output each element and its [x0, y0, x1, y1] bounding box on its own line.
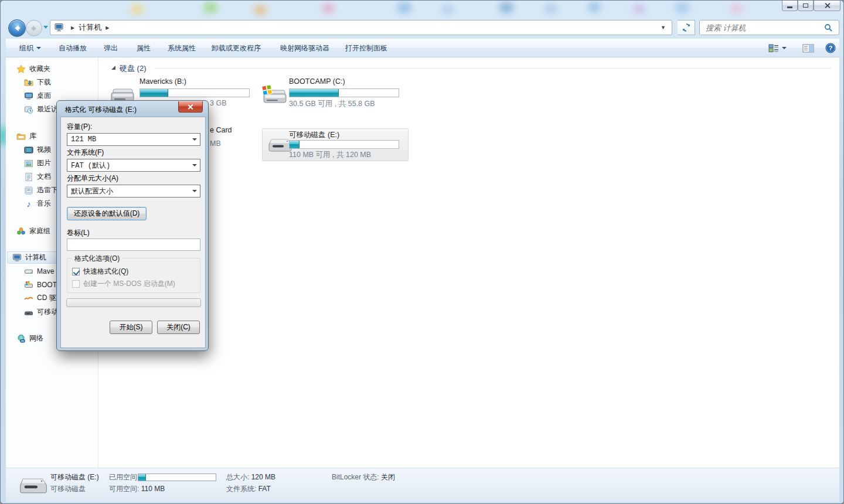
glass-blur-blob: [203, 2, 218, 13]
glass-blur-blob: [730, 3, 743, 13]
close-icon: [188, 104, 193, 110]
selected-item-type: 可移动磁盘: [50, 484, 86, 494]
libraries-folder-icon: [16, 132, 26, 141]
sidebar-item-thunder-downloads[interactable]: 迅雷下: [24, 184, 58, 196]
allocation-combobox[interactable]: 默认配置大小: [67, 185, 200, 197]
format-options-legend: 格式化选项(O): [72, 254, 122, 264]
back-button[interactable]: [8, 19, 26, 37]
music-note-icon: ♪: [24, 199, 33, 209]
sidebar-item-desktop[interactable]: 桌面: [24, 90, 51, 102]
sidebar-item-recent-places[interactable]: 最近访: [24, 103, 58, 115]
forward-button[interactable]: [26, 20, 42, 36]
sidebar-item-documents[interactable]: 文档: [24, 171, 51, 183]
group-collapse-icon[interactable]: [111, 66, 115, 70]
recent-places-icon: [24, 105, 33, 114]
hard-drive-icon: [24, 267, 33, 276]
file-list-area: 硬盘 (2) Mavericks (B:) 3 GB BOOTCAMP (C:)…: [98, 57, 839, 468]
homegroup-icon: [16, 227, 26, 236]
volume-label-input[interactable]: [67, 239, 200, 251]
desktop-icon: [24, 91, 33, 101]
toolbar-organize[interactable]: 组织: [17, 39, 43, 57]
dialog-title: 格式化 可移动磁盘 (E:): [65, 105, 137, 115]
minimize-button[interactable]: [782, 1, 798, 11]
toolbar-system-properties[interactable]: 系统属性: [165, 39, 198, 57]
sidebar-item-music[interactable]: ♪ 音乐: [24, 197, 51, 210]
views-button[interactable]: [766, 39, 789, 57]
glass-blur-blob: [675, 2, 690, 13]
format-dialog: 格式化 可移动磁盘 (E:) 容量(P): 121 MB 文件系统(F) FAT…: [56, 100, 209, 351]
toolbar-open-control-panel[interactable]: 打开控制面板: [343, 39, 390, 57]
pictures-icon: [24, 159, 33, 168]
svg-text:?: ?: [829, 45, 833, 52]
sidebar-item-favorites[interactable]: 收藏夹: [16, 63, 50, 75]
dropdown-icon: [36, 47, 41, 49]
sidebar-item-videos[interactable]: 视频: [24, 144, 51, 156]
sidebar-item-removable-drive[interactable]: 可移动: [24, 306, 58, 318]
glass-blur-blob: [588, 2, 601, 12]
capacity-combobox[interactable]: 121 MB: [67, 133, 200, 146]
breadcrumb-separator-icon: ▶: [106, 25, 109, 30]
search-box: [699, 20, 839, 35]
preview-pane-button[interactable]: [800, 39, 816, 57]
used-space-bar: [138, 474, 216, 481]
recent-pages-chevron[interactable]: [43, 26, 48, 29]
glass-blur-blob: [131, 4, 144, 15]
search-input[interactable]: [700, 23, 824, 32]
toolbar-map-network-drive[interactable]: 映射网络驱动器: [278, 39, 332, 57]
restore-defaults-button[interactable]: 还原设备的默认值(D): [67, 207, 147, 220]
close-icon: [824, 2, 831, 9]
toolbar-eject[interactable]: 弹出: [101, 39, 120, 57]
favorites-star-icon: [16, 64, 26, 74]
sidebar-item-bootcamp-drive[interactable]: BOOT: [24, 278, 57, 291]
combo-dropdown-icon: [192, 164, 197, 166]
dropdown-icon: [782, 47, 787, 49]
glass-blur-blob: [632, 4, 645, 13]
start-button[interactable]: 开始(S): [110, 321, 152, 334]
sidebar-item-pictures[interactable]: 图片: [24, 157, 51, 169]
address-dropdown-icon[interactable]: ▼: [661, 25, 666, 30]
sidebar-item-downloads[interactable]: 下载: [24, 76, 51, 88]
preview-pane-icon: [802, 44, 814, 53]
help-button[interactable]: ?: [823, 39, 838, 57]
close-button[interactable]: [814, 1, 840, 11]
toolbar-autoplay[interactable]: 自动播放: [56, 39, 89, 57]
toolbar-properties[interactable]: 属性: [134, 39, 153, 57]
command-bar: 组织 自动播放 弹出 属性 系统属性 卸载或更改程序 映射网络驱动器 打开控制面…: [6, 39, 839, 57]
minimize-icon: [787, 6, 792, 8]
search-icon[interactable]: [824, 23, 833, 32]
sidebar-item-mavericks-drive[interactable]: Mave: [24, 265, 54, 277]
quick-format-option[interactable]: 快速格式化(Q): [72, 267, 128, 277]
free-space: 可用空间: 110 MB: [109, 484, 165, 494]
explorer-window: ▶ 计算机 ▶ ▼ 组织 自动播放 弹出 属性 系统属性 卸载或更改程序 映射网…: [0, 0, 844, 504]
total-size: 总大小: 120 MB: [226, 472, 275, 482]
glass-blur-blob: [322, 3, 335, 13]
breadcrumb-computer[interactable]: 计算机: [79, 22, 101, 33]
maximize-icon: [803, 4, 808, 8]
glass-blur-blob: [441, 4, 454, 15]
glass-blur-blob: [397, 2, 412, 13]
quick-format-checkbox[interactable]: [72, 268, 80, 275]
msdos-checkbox: [72, 280, 80, 288]
group-header-line: [154, 68, 831, 69]
maximize-button[interactable]: [798, 1, 814, 11]
sidebar-item-homegroup[interactable]: 家庭组: [16, 225, 50, 237]
sidebar-item-cd-drive[interactable]: CD 驱: [24, 292, 56, 304]
sidebar-item-libraries[interactable]: 库: [16, 130, 36, 142]
glass-blur-blob: [254, 5, 267, 15]
filesystem-combobox[interactable]: FAT (默认): [67, 159, 200, 172]
toolbar-uninstall-programs[interactable]: 卸载或更改程序: [209, 39, 263, 57]
sidebar-item-network[interactable]: 网络: [16, 332, 43, 345]
refresh-button[interactable]: [678, 20, 695, 35]
group-header-hard-disks[interactable]: 硬盘 (2): [120, 63, 147, 74]
bitlocker-status: BitLocker 状态: 关闭: [332, 472, 395, 482]
dialog-body: 容量(P): 121 MB 文件系统(F) FAT (默认) 分配单元大小(A)…: [60, 117, 206, 348]
address-bar[interactable]: ▶ 计算机 ▶ ▼: [50, 20, 672, 35]
used-space-label: 已用空间:: [109, 472, 139, 482]
bootcamp-drive-icon: [24, 280, 33, 290]
thunder-downloads-icon: [24, 186, 33, 195]
capacity-bar: [289, 88, 399, 97]
dialog-close-action-button[interactable]: 关闭(C): [157, 321, 200, 334]
dialog-close-button[interactable]: [178, 101, 203, 113]
details-pane: 可移动磁盘 (E:) 可移动磁盘 已用空间: 可用空间: 110 MB 总大小:…: [6, 468, 839, 502]
volume-label: 卷标(L): [67, 228, 90, 238]
